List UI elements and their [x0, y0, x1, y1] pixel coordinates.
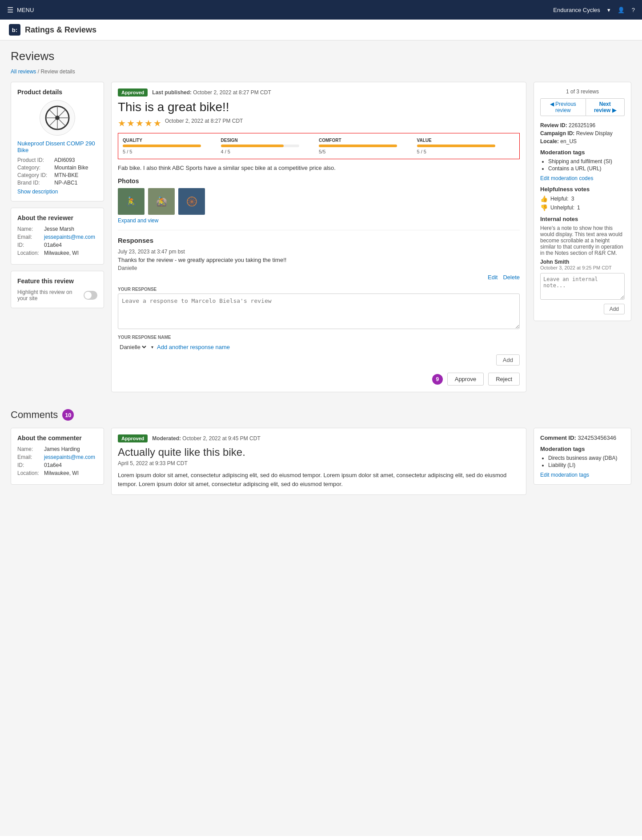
feature-card-title: Feature this review	[17, 277, 97, 285]
response-name-label: YOUR RESPONSE NAME	[118, 335, 520, 340]
edit-moderation-tags-link[interactable]: Edit moderation tags	[540, 472, 589, 478]
store-name[interactable]: Endurance Cycles	[553, 7, 600, 13]
reviewer-id-row: ID: 01a6e4	[17, 242, 97, 248]
reviewer-name-label: Name:	[17, 226, 44, 232]
response-date: July 23, 2023 at 3:47 pm bst	[118, 249, 520, 255]
comments-title: Comments	[11, 409, 58, 421]
response-name-select[interactable]: Danielle	[118, 343, 148, 351]
add-response-button[interactable]: Add	[496, 354, 520, 366]
rating-quality: QUALITY 5 / 5	[123, 138, 221, 154]
reject-button[interactable]: Reject	[488, 373, 520, 386]
comments-section: Comments 10 About the commenter Name: Ja…	[11, 409, 631, 501]
delete-response-link[interactable]: Delete	[503, 274, 520, 281]
svg-line-7	[59, 119, 65, 126]
dropdown-arrow-icon: ▾	[151, 345, 153, 350]
brand-logo: b:	[9, 24, 20, 36]
photo-2[interactable]: 🚵	[148, 188, 175, 215]
commenter-id-row: ID: 01a6e4	[17, 462, 97, 468]
commenter-id-value: 01a6e4	[44, 462, 62, 468]
rating-value: VALUE 5 / 5	[417, 138, 515, 154]
photos-section: Photos 🚴 🚵 🛞 Expand and view	[118, 177, 520, 224]
mod-tags-title: Moderation tags	[540, 149, 625, 156]
product-name-link[interactable]: Nukeproof Dissent COMP 290 Bike	[17, 140, 97, 153]
add-note-button[interactable]: Add	[604, 304, 625, 314]
show-description-link[interactable]: Show description	[17, 189, 97, 195]
locale-label: Locale:	[540, 138, 559, 145]
edit-codes-link[interactable]: Edit moderation codes	[540, 175, 593, 181]
review-id-row: Review ID: 226325196	[540, 122, 625, 129]
reviewer-card: About the reviewer Name: Jesse Marsh Ema…	[11, 208, 104, 265]
approve-button[interactable]: Approve	[447, 373, 484, 386]
header-bar: b: Ratings & Reviews	[0, 20, 642, 40]
reviewer-email-row: Email: jessepaints@me.com	[17, 234, 97, 240]
comment-date: April 5, 2022 at 9:33 PM CDT	[118, 460, 520, 466]
feature-subtitle: Highlight this review on your site	[17, 289, 84, 301]
comments-layout: About the commenter Name: James Harding …	[11, 428, 631, 501]
review-id-value: 226325196	[569, 122, 595, 129]
right-panel-card: 1 of 3 reviews ◀ Previous review Next re…	[534, 82, 631, 321]
svg-line-9	[49, 119, 56, 126]
commenter-email-value[interactable]: jessepaints@me.com	[44, 454, 95, 460]
response-form: YOUR RESPONSE YOUR RESPONSE NAME Daniell…	[118, 287, 520, 366]
bottom-actions: 9 Approve Reject	[118, 373, 520, 386]
rating-value-bar-wrap	[417, 145, 495, 147]
rating-comfort-bar	[319, 145, 397, 147]
feature-card: Feature this review Highlight this revie…	[11, 271, 104, 308]
star-1: ★	[118, 118, 126, 129]
internal-notes-title: Internal notes	[540, 216, 625, 222]
last-published: Last published: October 2, 2022 at 8:27 …	[152, 89, 271, 96]
status-badge: Approved	[118, 88, 148, 96]
main-layout: Product details Nukepr	[11, 82, 631, 398]
photo-3[interactable]: 🛞	[178, 188, 205, 215]
category-id-label: Category ID:	[17, 172, 53, 178]
reviewer-location-value: Milwaukee, WI	[44, 250, 79, 256]
menu-label[interactable]: MENU	[17, 7, 34, 13]
comments-count-badge: 10	[62, 409, 74, 421]
next-review-button[interactable]: Next review ▶	[586, 98, 625, 116]
ratings-grid: QUALITY 5 / 5 DESIGN 4 / 5	[118, 133, 520, 159]
chevron-down-icon[interactable]: ▾	[607, 7, 610, 13]
internal-note-textarea[interactable]	[540, 273, 625, 300]
user-icon[interactable]: 👤	[618, 7, 625, 13]
reviewer-id-label: ID:	[17, 242, 44, 248]
right-panel: 1 of 3 reviews ◀ Previous review Next re…	[534, 82, 631, 398]
comment-mod-tags-title: Moderation tags	[540, 446, 625, 452]
thumbs-up-icon: 👍	[540, 195, 548, 202]
commenter-location-label: Location:	[17, 470, 44, 476]
svg-line-6	[49, 110, 56, 117]
page-title: Reviews	[11, 49, 631, 63]
breadcrumb-all[interactable]: All reviews	[11, 68, 36, 75]
internal-note-body: Here's a note to show how this would dis…	[540, 225, 625, 256]
edit-response-link[interactable]: Edit	[488, 274, 498, 281]
menu-icon[interactable]: ☰	[7, 6, 13, 14]
comments-header: Comments 10	[11, 409, 631, 421]
photo-1[interactable]: 🚴	[118, 188, 144, 215]
prev-review-button[interactable]: ◀ Previous review	[540, 98, 586, 116]
response-textarea[interactable]	[118, 293, 520, 329]
note-date: October 3, 2022 at 9:25 PM CDT	[540, 265, 625, 270]
mod-tag-2: Contains a URL (URL)	[548, 165, 625, 172]
reviewer-name-row: Name: Jesse Marsh	[17, 226, 97, 232]
stars-date-row: ★ ★ ★ ★ ★ October 2, 2022 at 8:27 PM CDT	[118, 118, 520, 129]
comment-status-row: Approved Moderated: October 2, 2022 at 9…	[118, 434, 520, 442]
rating-comfort-bar-wrap	[319, 145, 397, 147]
review-date: October 2, 2022 at 8:27 PM CDT	[165, 118, 243, 124]
campaign-id-value: Review Display	[576, 130, 613, 137]
rating-comfort-score: 5/5	[319, 149, 417, 154]
page-wrap: Reviews All reviews / Review details Pro…	[0, 40, 642, 836]
reviewer-email-value[interactable]: jessepaints@me.com	[44, 234, 95, 240]
campaign-id-row: Campaign ID: Review Display	[540, 130, 625, 137]
locale-row: Locale: en_US	[540, 138, 625, 145]
comment-mod-tags-list: Directs business away (DBA) Liability (L…	[540, 455, 625, 468]
help-icon[interactable]: ?	[632, 7, 635, 13]
response-actions: Edit Delete	[118, 274, 520, 281]
category-row: Category: Mountain Bike	[17, 165, 97, 171]
feature-toggle[interactable]	[84, 291, 97, 300]
comment-center: Approved Moderated: October 2, 2022 at 9…	[111, 428, 526, 501]
rating-quality-bar-wrap	[123, 145, 201, 147]
helpfulness-title: Helpfulness votes	[540, 186, 625, 193]
left-panel: Product details Nukepr	[11, 82, 104, 398]
divider-1	[118, 230, 520, 230]
expand-link[interactable]: Expand and view	[118, 217, 520, 224]
add-another-name-link[interactable]: Add another response name	[157, 344, 230, 350]
